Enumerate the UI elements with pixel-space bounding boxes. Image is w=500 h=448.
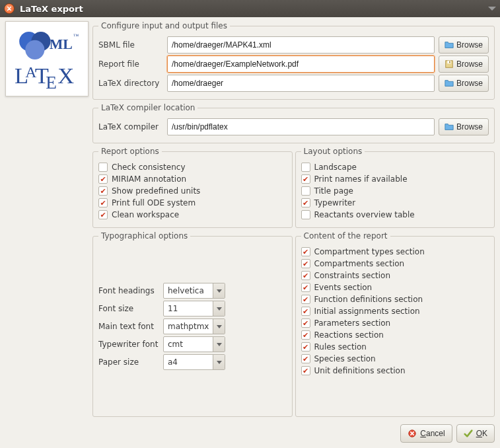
options-row-1: Report options Check consistencyMIRIAM a… [92, 147, 495, 230]
chevron-down-icon [213, 337, 225, 352]
layout-option-row: Title page [301, 186, 489, 196]
content-option-row: Parameters section [301, 318, 489, 328]
typo-row: Font size11 [98, 301, 287, 317]
content-option-checkbox[interactable] [301, 259, 310, 268]
cancel-label: Cancel [420, 429, 445, 438]
content-option-checkbox[interactable] [301, 318, 310, 328]
content-option-checkbox[interactable] [301, 354, 310, 363]
typo-label: Paper size [98, 357, 159, 367]
typo-row: Typewriter fontcmt [98, 336, 287, 352]
typo-row: Paper sizea4 [98, 354, 287, 370]
folder-icon [445, 79, 454, 88]
layout-option-checkbox[interactable] [301, 163, 310, 172]
input-compiler[interactable] [167, 118, 435, 135]
content-option-checkbox[interactable] [301, 283, 310, 292]
svg-text:X: X [57, 63, 74, 88]
svg-text:™: ™ [73, 33, 79, 39]
label-report-file: Report file [98, 59, 163, 69]
content-option-label: Constraints section [314, 271, 391, 280]
typo-select-value: 11 [164, 304, 213, 313]
typo-select[interactable]: a4 [163, 354, 225, 370]
report-option-row: Print full ODE system [98, 198, 287, 207]
content-option-label: Initial assignments section [314, 307, 420, 316]
layout-option-checkbox[interactable] [301, 210, 310, 219]
typo-select[interactable]: helvetica [163, 283, 225, 299]
content-option-label: Rules section [314, 342, 367, 352]
content-option-label: Compartments section [314, 259, 405, 268]
svg-point-2 [25, 40, 44, 59]
titlebar: LaTeX export [0, 0, 500, 17]
content-option-row: Species section [301, 354, 489, 363]
fieldset-io: Configure input and output files SBML fi… [92, 21, 495, 100]
window-close-button[interactable] [4, 3, 15, 14]
input-sbml-file[interactable] [167, 36, 435, 54]
row-compiler: LaTeX compiler Browse [98, 118, 489, 135]
typo-select[interactable]: mathptmx [163, 318, 225, 334]
typo-select[interactable]: cmt [163, 336, 225, 352]
layout-option-label: Typewriter [314, 198, 356, 207]
report-option-checkbox[interactable] [98, 198, 108, 207]
layout-option-checkbox[interactable] [301, 174, 310, 184]
report-option-label: MIRIAM annotation [112, 174, 186, 184]
content-option-checkbox[interactable] [301, 295, 310, 304]
content-option-row: Reactions section [301, 330, 489, 340]
report-option-checkbox[interactable] [98, 174, 108, 184]
report-option-label: Clean workspace [112, 210, 179, 219]
typo-row: Font headingshelvetica [98, 283, 287, 299]
folder-icon [445, 40, 454, 50]
ok-label: OK [476, 429, 487, 438]
sbml-latex-logo-icon: ML ™ L A T E X [11, 26, 83, 92]
ok-button[interactable]: OK [456, 424, 495, 443]
legend-content-report: Content of the report [301, 231, 390, 241]
typo-select-value: mathptmx [164, 322, 213, 331]
content-option-checkbox[interactable] [301, 342, 310, 352]
browse-label: Browse [456, 122, 483, 131]
row-latex-dir: LaTeX directory Browse [98, 75, 489, 92]
content-option-checkbox[interactable] [301, 247, 310, 256]
report-option-checkbox[interactable] [98, 186, 108, 196]
layout-option-row: Landscape [301, 163, 489, 172]
report-option-checkbox[interactable] [98, 163, 108, 172]
browse-dir-button[interactable]: Browse [439, 75, 489, 92]
save-icon [445, 59, 454, 69]
layout-option-checkbox[interactable] [301, 186, 310, 196]
browse-report-button[interactable]: Browse [439, 56, 489, 73]
typo-label: Typewriter font [98, 340, 159, 349]
fieldset-typographical: Typographical options Font headingshelve… [92, 231, 293, 417]
svg-text:E: E [46, 73, 57, 92]
main-column: Configure input and output files SBML fi… [92, 21, 495, 419]
content-option-checkbox[interactable] [301, 307, 310, 316]
content-option-row: Constraints section [301, 271, 489, 280]
layout-option-row: Typewriter [301, 198, 489, 207]
input-report-file[interactable] [167, 56, 435, 73]
browse-label: Browse [456, 40, 483, 50]
legend-io: Configure input and output files [98, 21, 230, 30]
input-latex-dir[interactable] [167, 75, 435, 92]
content-option-checkbox[interactable] [301, 330, 310, 340]
label-latex-dir: LaTeX directory [98, 79, 163, 88]
cancel-button[interactable]: Cancel [400, 424, 452, 443]
content-option-checkbox[interactable] [301, 366, 310, 375]
label-sbml-file: SBML file [98, 40, 163, 50]
content-option-checkbox[interactable] [301, 271, 310, 280]
content-option-row: Unit definitions section [301, 366, 489, 375]
chevron-down-icon [213, 319, 225, 334]
browse-label: Browse [456, 59, 483, 69]
browse-sbml-button[interactable]: Browse [439, 36, 489, 54]
content-option-label: Function definitions section [314, 295, 423, 304]
typo-select-value: cmt [164, 340, 213, 349]
layout-option-checkbox[interactable] [301, 198, 310, 207]
row-report-file: Report file Browse [98, 56, 489, 73]
chevron-down-icon [213, 355, 225, 369]
browse-compiler-button[interactable]: Browse [439, 118, 489, 135]
folder-icon [445, 122, 454, 131]
window-menu-icon[interactable] [488, 7, 496, 11]
dialog-footer: Cancel OK [0, 422, 500, 448]
typo-select[interactable]: 11 [163, 301, 225, 317]
close-icon [7, 6, 12, 11]
report-option-checkbox[interactable] [98, 210, 108, 219]
app-logo: ML ™ L A T E X [5, 21, 89, 96]
row-sbml-file: SBML file Browse [98, 36, 489, 54]
ok-icon [464, 429, 473, 438]
fieldset-layout-options: Layout options LandscapePrint names if a… [295, 147, 495, 228]
